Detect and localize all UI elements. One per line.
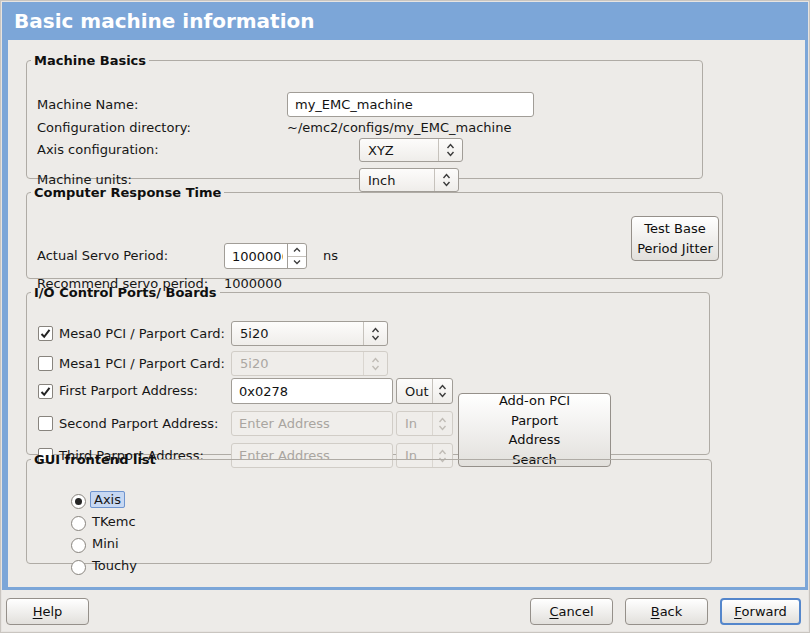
second-parport-checkbox[interactable] (38, 416, 53, 431)
mesa0-card-combobox[interactable]: 5i20 (231, 321, 388, 346)
action-area: Help Cancel Back Forward (2, 590, 808, 631)
radio-mini[interactable] (71, 538, 86, 553)
chevron-updown-icon[interactable] (432, 379, 452, 403)
radio-touchy[interactable] (71, 560, 86, 575)
axis-config-label: Axis configuration: (37, 138, 159, 162)
radio-mini-label[interactable]: Mini (92, 536, 119, 551)
chevron-updown-icon[interactable] (432, 412, 452, 435)
spin-down-icon[interactable] (288, 256, 306, 269)
mesa1-checkbox[interactable] (38, 356, 53, 371)
io-ports-frame: I/O Control Ports/ Boards Mesa0 PCI / Pa… (26, 285, 710, 455)
assistant-window: Basic machine information Machine Basics… (0, 0, 810, 633)
gui-frontend-legend: GUI frontend list (31, 452, 159, 467)
config-dir-value: ~/emc2/configs/my_EMC_machine (287, 120, 511, 136)
axis-config-combobox[interactable]: XYZ (359, 138, 463, 162)
second-parport-address-input[interactable] (232, 412, 392, 435)
machine-name-input[interactable] (288, 93, 533, 116)
first-parport-address-input[interactable] (232, 379, 392, 403)
cancel-button[interactable]: Cancel (530, 598, 613, 625)
radio-dot (75, 498, 82, 505)
first-parport-address-field[interactable] (231, 378, 393, 404)
first-parport-direction-value: Out (397, 379, 432, 403)
machine-basics-legend: Machine Basics (31, 53, 149, 68)
radio-tkemc[interactable] (71, 516, 86, 531)
gui-frontend-frame: GUI frontend list Axis TKemc Mini Touchy (26, 452, 712, 564)
mesa0-label: Mesa0 PCI / Parport Card: (59, 321, 225, 346)
second-parport-direction-combobox[interactable]: In (396, 411, 453, 436)
machine-name-field[interactable] (287, 92, 534, 117)
first-parport-direction-combobox[interactable]: Out (396, 378, 453, 404)
servo-period-label: Actual Servo Period: (37, 243, 168, 269)
radio-tkemc-label[interactable]: TKemc (92, 514, 136, 529)
io-ports-legend: I/O Control Ports/ Boards (31, 285, 220, 300)
chevron-updown-icon[interactable] (363, 322, 387, 345)
radio-axis[interactable] (71, 494, 86, 509)
servo-period-spinner[interactable] (224, 243, 307, 269)
second-parport-direction-value: In (397, 412, 432, 435)
servo-period-unit: ns (323, 243, 338, 269)
mesa1-label: Mesa1 PCI / Parport Card: (59, 351, 225, 376)
second-parport-address-field[interactable] (231, 411, 393, 436)
second-parport-label: Second Parport Address: (59, 411, 218, 436)
first-parport-checkbox[interactable] (38, 384, 53, 399)
axis-config-value: XYZ (360, 139, 438, 161)
chevron-updown-icon[interactable] (363, 352, 387, 375)
spin-up-icon[interactable] (288, 244, 306, 256)
check-icon (40, 328, 51, 339)
response-time-frame: Computer Response Time Test Base Period … (26, 185, 723, 279)
page-title: Basic machine information (2, 2, 808, 40)
back-button[interactable]: Back (625, 598, 708, 625)
forward-button[interactable]: Forward (720, 598, 801, 625)
test-base-period-jitter-button[interactable]: Test Base Period Jitter (631, 216, 719, 261)
config-dir-label: Configuration directory: (37, 120, 191, 136)
radio-axis-label[interactable]: Axis (90, 491, 125, 508)
mesa1-card-value: 5i20 (232, 352, 363, 375)
mesa1-card-combobox[interactable]: 5i20 (231, 351, 388, 376)
radio-touchy-label[interactable]: Touchy (92, 558, 137, 573)
mesa0-checkbox[interactable] (38, 326, 53, 341)
chevron-updown-icon[interactable] (438, 139, 462, 161)
servo-period-input[interactable] (225, 244, 287, 268)
machine-name-label: Machine Name: (37, 92, 138, 117)
mesa0-card-value: 5i20 (232, 322, 363, 345)
spinner-arrows (287, 244, 306, 268)
page-content: Machine Basics Machine Name: Configurati… (2, 40, 808, 590)
check-icon (40, 386, 51, 397)
response-time-legend: Computer Response Time (31, 185, 224, 200)
machine-basics-frame: Machine Basics Machine Name: Configurati… (26, 53, 703, 179)
first-parport-label: First Parport Address: (59, 378, 198, 404)
help-button[interactable]: Help (6, 598, 89, 625)
